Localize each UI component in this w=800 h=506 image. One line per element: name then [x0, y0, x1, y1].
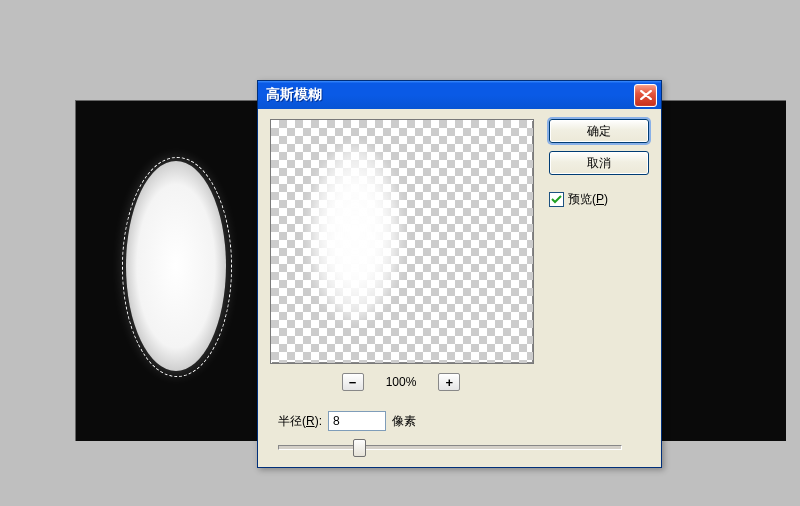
radius-slider[interactable] [278, 437, 622, 455]
preview-content [309, 145, 401, 320]
zoom-in-button[interactable]: + [438, 373, 460, 391]
cancel-button[interactable]: 取消 [549, 151, 649, 175]
slider-track [278, 445, 622, 450]
radius-row: 半径(R): 像素 [278, 411, 416, 431]
ok-button[interactable]: 确定 [549, 119, 649, 143]
check-icon [551, 194, 562, 205]
preview-checkbox-row[interactable]: 预览(P) [549, 191, 649, 208]
cancel-button-label: 取消 [587, 155, 611, 172]
radius-unit-label: 像素 [392, 413, 416, 430]
dialog-title: 高斯模糊 [266, 86, 322, 104]
selection-marquee [122, 157, 232, 377]
plus-icon: + [446, 376, 454, 389]
radius-label: 半径(R): [278, 413, 322, 430]
preview-checkbox[interactable] [549, 192, 564, 207]
zoom-level-label: 100% [386, 375, 417, 389]
close-button[interactable] [634, 84, 657, 107]
dialog-side-panel: 确定 取消 预览(P) [549, 119, 649, 208]
gaussian-blur-dialog: 高斯模糊 − 100% + 确定 取消 [257, 80, 662, 468]
zoom-controls: − 100% + [270, 371, 532, 393]
dialog-titlebar[interactable]: 高斯模糊 [258, 81, 661, 109]
zoom-out-button[interactable]: − [342, 373, 364, 391]
preview-box[interactable] [270, 119, 534, 364]
radius-input[interactable] [328, 411, 386, 431]
close-icon [640, 88, 652, 103]
minus-icon: − [349, 376, 357, 389]
slider-thumb[interactable] [353, 439, 366, 457]
preview-checkbox-label: 预览(P) [568, 191, 608, 208]
dialog-body: − 100% + 确定 取消 预览(P) 半径(R): 像 [258, 109, 661, 467]
ok-button-label: 确定 [587, 123, 611, 140]
